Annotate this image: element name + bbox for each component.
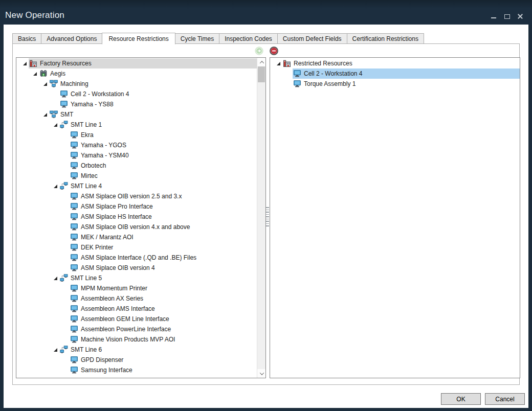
tree-item-label: MPM Momentum Printer [81, 285, 150, 292]
monitor-icon [70, 294, 78, 303]
scrollbar-thumb[interactable] [258, 66, 265, 82]
tree-item: Mirtec [16, 171, 257, 181]
tree-item-hit-area[interactable]: ASM Siplace OIB version 4.x and above [70, 222, 257, 232]
close-button[interactable] [517, 13, 524, 19]
tree-item-hit-area[interactable]: ASM Siplace Pro Interface [70, 201, 257, 212]
resource-restrictions-tab-page: Factory ResourcesAegisMachiningCell 2 - … [12, 43, 520, 385]
tree-item-hit-area[interactable]: ASM Siplace OIB version 2.5 and 3.x [70, 191, 257, 201]
tree-item: Yamaha - YSM40 [16, 150, 257, 161]
expander-placeholder [61, 335, 70, 344]
tree-item: Machining [16, 79, 257, 89]
dialog-client-area: BasicsAdvanced OptionsResource Restricti… [4, 25, 528, 408]
tree-item-hit-area[interactable]: MEK / Marantz AOI [70, 232, 257, 242]
close-icon [517, 13, 523, 19]
scroll-up-button[interactable] [257, 58, 266, 66]
binoculars-icon [39, 70, 48, 78]
tree-item-hit-area[interactable]: SMT Line 5 [59, 273, 257, 283]
expander-expanded-icon[interactable] [31, 70, 39, 78]
tab-inspection-codes[interactable]: Inspection Codes [219, 33, 278, 44]
production-line-icon [60, 182, 68, 190]
tree-item: Factory Resources [16, 58, 257, 68]
splitter-grip[interactable] [266, 207, 269, 227]
expander-placeholder [61, 213, 70, 221]
tree-item-hit-area[interactable]: MPM Momentum Printer [70, 283, 257, 293]
monitor-icon [70, 284, 78, 292]
production-line-icon [60, 121, 68, 129]
monitor-icon [70, 223, 78, 231]
tree-item: MEK / Marantz AOI [16, 232, 257, 242]
scroll-down-button[interactable] [257, 369, 266, 378]
tree-item-hit-area[interactable]: SMT Line 4 [59, 181, 257, 191]
vertical-scrollbar[interactable] [257, 58, 265, 378]
tree-item-hit-area[interactable]: Yamaha - YGOS [70, 140, 257, 150]
tree-item-hit-area[interactable]: Machining [49, 79, 257, 89]
maximize-button[interactable] [503, 13, 511, 19]
tree-item-hit-area[interactable]: Samsung Interface [70, 365, 257, 375]
tree-item-hit-area[interactable]: Ekra [70, 130, 257, 140]
expander-expanded-icon[interactable] [41, 80, 49, 88]
tree-item-hit-area[interactable]: ASM Siplace Interface (.QD and .BE) File… [70, 253, 257, 263]
production-line-icon [60, 274, 68, 282]
tree-item-hit-area[interactable]: Assembleon GEM Line Interface [70, 314, 257, 324]
tree-item-hit-area[interactable]: ASM Siplace OIB version 4 [70, 263, 257, 273]
tree-item: Samsung Interface [16, 365, 257, 375]
ok-button[interactable]: OK [441, 393, 481, 405]
expander-expanded-icon[interactable] [51, 274, 59, 282]
monitor-icon [293, 80, 301, 88]
window-title: New Operation [5, 10, 64, 20]
expander-expanded-icon[interactable] [51, 346, 59, 354]
expander-expanded-icon[interactable] [274, 59, 282, 67]
cancel-button[interactable]: Cancel [485, 393, 525, 405]
tree-item-hit-area[interactable]: Yamaha - YS88 [59, 99, 257, 109]
expander-placeholder [284, 80, 293, 88]
tree-item-hit-area[interactable]: Cell 2 - Workstation 4 [293, 68, 520, 79]
restricted-resources-tree: Restricted ResourcesCell 2 - Workstation… [270, 58, 520, 378]
expander-placeholder [61, 223, 70, 231]
tree-item-label: Assembleon PowerLine Interface [81, 326, 174, 333]
tree-item-hit-area[interactable]: DEK Printer [70, 242, 257, 253]
tab-certification-restrictions[interactable]: Certification Restrictions [347, 33, 424, 44]
expander-expanded-icon[interactable] [51, 121, 59, 129]
tree-item-hit-area[interactable]: Factory Resources [29, 58, 257, 68]
tab-resource-restrictions[interactable]: Resource Restrictions [102, 33, 175, 44]
tree-item-hit-area[interactable]: Orbotech [70, 161, 257, 171]
tab-custom-defect-fields[interactable]: Custom Defect Fields [277, 33, 347, 44]
tree-item-label: Assembleon AX Series [81, 295, 146, 302]
tab-basics[interactable]: Basics [12, 33, 41, 44]
expander-placeholder [61, 254, 70, 262]
add-resource-button[interactable] [255, 47, 263, 55]
tree-item: Cell 2 - Workstation 4 [270, 68, 520, 79]
tree-item-hit-area[interactable]: Assembleon PowerLine Interface [70, 324, 257, 334]
tree-item-label: SMT Line 6 [71, 346, 105, 353]
tree-item: SMT Line 1 [16, 120, 257, 130]
expander-expanded-icon[interactable] [41, 110, 49, 119]
tree-item-hit-area[interactable]: Cell 2 - Workstation 4 [59, 89, 257, 99]
tree-item-label: Cell 2 - Workstation 4 [304, 70, 366, 77]
minimize-button[interactable] [490, 13, 497, 19]
expander-placeholder [61, 264, 70, 272]
tree-item-hit-area[interactable]: Machine Vision Products MVP AOI [70, 334, 257, 345]
tree-item-hit-area[interactable]: Assembleon AMS Interface [70, 304, 257, 314]
tree-item-hit-area[interactable]: SMT [49, 109, 257, 120]
window-controls [490, 13, 524, 19]
tree-item-hit-area[interactable]: Torque Assembly 1 [293, 79, 520, 89]
expander-placeholder [61, 243, 70, 252]
tab-advanced-options[interactable]: Advanced Options [41, 33, 102, 44]
tree-item-hit-area[interactable]: Aegis [39, 68, 257, 79]
expander-placeholder [61, 325, 70, 333]
expander-expanded-icon[interactable] [51, 182, 59, 190]
expander-expanded-icon[interactable] [20, 59, 29, 67]
tree-item-hit-area[interactable]: SMT Line 6 [59, 345, 257, 355]
remove-resource-button[interactable] [270, 47, 278, 55]
tree-item-hit-area[interactable]: Mirtec [70, 171, 257, 181]
tree-item-hit-area[interactable]: Assembleon AX Series [70, 293, 257, 304]
tree-item-label: SMT Line 1 [71, 121, 105, 128]
tree-item-hit-area[interactable]: Yamaha - YSM40 [70, 150, 257, 161]
tree-item-hit-area[interactable]: Restricted Resources [282, 58, 520, 68]
tree-item-hit-area[interactable]: GPD Dispenser [70, 355, 257, 365]
tree-item-hit-area[interactable]: ASM Siplace HS Interface [70, 212, 257, 222]
expander-placeholder [61, 172, 70, 180]
tab-cycle-times[interactable]: Cycle Times [175, 33, 219, 44]
expander-placeholder [61, 356, 70, 364]
tree-item-hit-area[interactable]: SMT Line 1 [59, 120, 257, 130]
